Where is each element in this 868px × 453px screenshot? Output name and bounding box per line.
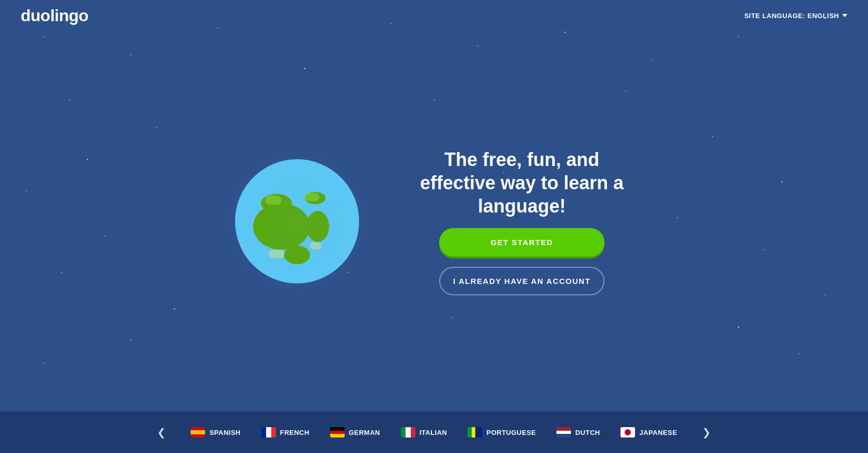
get-started-button[interactable]: GET STARTED [439,228,605,256]
language-item-spanish[interactable]: SPANISH [191,427,240,437]
globe-glow [217,141,377,301]
globe-container [230,154,364,289]
flag-french [261,427,276,437]
flag-spanish [191,427,205,437]
language-bar: ❮ SPANISH FRENCH GERMAN ITALIAN PORTUGUE… [0,412,868,453]
cta-section: The free, fun, and effective way to lear… [406,148,638,295]
language-item-dutch[interactable]: DUTCH [556,427,600,437]
logo: duolingo [21,6,88,25]
language-item-german[interactable]: GERMAN [330,427,380,437]
flag-german [330,427,345,437]
header: duolingo SITE LANGUAGE: ENGLISH [0,0,868,31]
language-label-german: GERMAN [349,429,380,436]
language-label-japanese: JAPANESE [639,429,677,436]
language-item-japanese[interactable]: JAPANESE [621,427,677,437]
flag-japanese [621,427,635,437]
language-label-french: FRENCH [280,429,309,436]
already-account-button[interactable]: I ALREADY HAVE AN ACCOUNT [439,267,605,295]
flag-portuguese [468,427,482,437]
site-language-selector[interactable]: SITE LANGUAGE: ENGLISH [744,12,847,20]
flag-italian [401,427,415,437]
language-label-spanish: SPANISH [209,429,240,436]
language-label-dutch: DUTCH [575,429,600,436]
language-item-french[interactable]: FRENCH [261,427,309,437]
language-label-italian: ITALIAN [420,429,447,436]
site-language-label: SITE LANGUAGE: ENGLISH [744,12,839,20]
flag-dutch [556,427,571,437]
main-content: The free, fun, and effective way to lear… [0,31,868,412]
language-label-portuguese: PORTUGUESE [486,429,536,436]
chevron-down-icon [842,14,847,17]
language-item-italian[interactable]: ITALIAN [401,427,447,437]
language-item-portuguese[interactable]: PORTUGUESE [468,427,536,437]
next-arrow-button[interactable]: ❯ [698,422,715,443]
headline: The free, fun, and effective way to lear… [406,148,638,218]
prev-arrow-button[interactable]: ❮ [153,422,170,443]
